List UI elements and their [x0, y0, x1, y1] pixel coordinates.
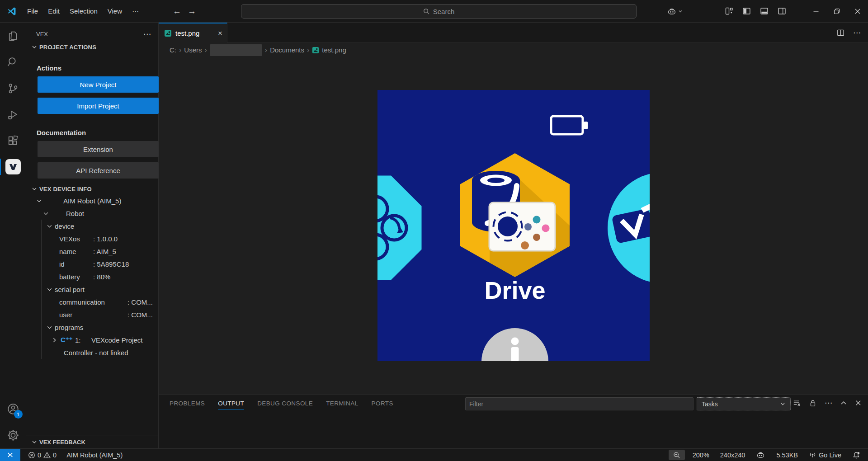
tree-label: serial port: [55, 286, 85, 293]
chevron-down-icon: [678, 9, 683, 14]
chevron-down-icon: [31, 43, 38, 51]
panel-tab-terminal[interactable]: TERMINAL: [326, 398, 358, 409]
remote-indicator[interactable]: [0, 449, 20, 461]
tree-value: : 5A895C18: [93, 260, 129, 268]
tree-row[interactable]: name: AIM_5: [26, 245, 158, 258]
activity-search[interactable]: [0, 49, 26, 75]
tree-label: Robot: [66, 210, 84, 217]
program-label: Drive: [484, 277, 545, 304]
go-live-button[interactable]: Go Live: [806, 451, 844, 459]
menu-selection[interactable]: Selection: [65, 5, 103, 18]
back-arrow-icon[interactable]: ←: [173, 6, 181, 16]
split-editor-icon[interactable]: [836, 28, 845, 37]
close-panel-icon[interactable]: [855, 400, 862, 406]
problems-status[interactable]: 0 0: [25, 452, 60, 459]
tree-row[interactable]: VEXos: 1.0.0.0: [26, 232, 158, 245]
clear-output-icon[interactable]: [793, 399, 801, 407]
section-project-actions[interactable]: PROJECT ACTIONS: [26, 42, 158, 52]
menu-edit[interactable]: Edit: [43, 5, 65, 18]
chevron-right-icon: ›: [205, 46, 207, 54]
image-dimensions-status[interactable]: 240x240: [717, 452, 749, 459]
import-project-button[interactable]: Import Project: [38, 98, 159, 114]
cpp-file-icon: C⁺⁺: [61, 336, 72, 344]
files-icon: [7, 30, 19, 42]
account-badge: 1: [14, 410, 23, 419]
chevron-down-icon: [46, 324, 53, 331]
redacted-username[interactable]: [210, 44, 262, 56]
menu-bar: File Edit Selection View ⋯: [22, 5, 144, 18]
tree-row[interactable]: battery: 80%: [26, 270, 158, 283]
file-size-status[interactable]: 5.53KB: [773, 452, 801, 459]
vex-sidebar: VEX ⋯ PROJECT ACTIONS Actions New Projec…: [26, 23, 159, 448]
menu-more-icon[interactable]: ⋯: [127, 5, 144, 18]
panel-tab-ports[interactable]: PORTS: [372, 398, 393, 409]
device-status[interactable]: AIM Robot (AIM_5): [63, 452, 126, 459]
menu-view[interactable]: View: [103, 5, 127, 18]
forward-arrow-icon[interactable]: →: [188, 6, 196, 16]
menu-file[interactable]: File: [22, 5, 43, 18]
activity-account[interactable]: 1: [0, 396, 26, 422]
section-vex-feedback[interactable]: VEX FEEDBACK: [26, 436, 158, 448]
section-vex-device-info[interactable]: VEX DEVICE INFO: [26, 183, 158, 194]
tree-row[interactable]: communication: COM...: [26, 296, 158, 308]
toggle-secondary-sidebar-icon[interactable]: [777, 6, 787, 16]
maximize-panel-icon[interactable]: [840, 400, 847, 407]
command-center-search[interactable]: Search: [241, 4, 637, 19]
tree-row[interactable]: id: 5A895C18: [26, 258, 158, 270]
tree-row[interactable]: Controller - not linked: [26, 346, 158, 359]
activity-extensions[interactable]: [0, 127, 26, 154]
panel-more-icon[interactable]: ⋯: [825, 398, 832, 408]
panel-tab-problems[interactable]: PROBLEMS: [170, 398, 205, 409]
actions-label: Actions: [37, 64, 158, 72]
panel-tab-debug-console[interactable]: DEBUG CONSOLE: [257, 398, 313, 409]
activity-vex[interactable]: [0, 154, 26, 180]
toggle-panel-icon[interactable]: [760, 6, 769, 16]
zoom-level-status[interactable]: 200%: [689, 452, 712, 459]
vex-icon: [5, 159, 21, 174]
tree-label: user: [59, 311, 127, 319]
activity-run-debug[interactable]: [0, 101, 26, 127]
tree-value: : COM...: [127, 311, 153, 319]
zoom-out-button[interactable]: [669, 450, 685, 460]
editor-more-icon[interactable]: ⋯: [853, 28, 861, 38]
tree-row[interactable]: device: [26, 220, 158, 232]
robot-status-icon[interactable]: [753, 450, 769, 460]
tree-row[interactable]: user: COM...: [26, 308, 158, 321]
breadcrumb-documents[interactable]: Documents: [270, 46, 304, 54]
breadcrumb-file[interactable]: test.png: [322, 46, 346, 54]
tree-value: : 1.0.0.0: [93, 235, 118, 243]
search-placeholder: Search: [433, 8, 455, 15]
gear-icon: [7, 429, 19, 442]
copilot-button[interactable]: [667, 6, 683, 16]
breadcrumb-users[interactable]: Users: [184, 46, 202, 54]
close-window-button[interactable]: [847, 0, 868, 23]
tree-row[interactable]: serial port: [26, 283, 158, 296]
restore-button[interactable]: [826, 0, 847, 23]
extension-docs-button[interactable]: Extension: [38, 141, 159, 157]
customize-layout-icon[interactable]: [724, 6, 734, 16]
notifications-bell[interactable]: [849, 451, 863, 459]
editor-tab-bar: test.png × ⋯: [159, 23, 868, 43]
toggle-sidebar-icon[interactable]: [742, 6, 751, 16]
search-icon: [423, 8, 430, 15]
sidebar-more-icon[interactable]: ⋯: [143, 29, 151, 39]
tree-label: Controller - not linked: [64, 349, 128, 357]
lock-scroll-icon[interactable]: [809, 399, 817, 407]
output-filter-input[interactable]: [465, 397, 693, 410]
tab-close-icon[interactable]: ×: [218, 29, 222, 38]
breadcrumb-drive[interactable]: C:: [170, 46, 176, 54]
minimize-button[interactable]: [806, 0, 826, 23]
activity-source-control[interactable]: [0, 75, 26, 101]
preview-image: Drive: [377, 90, 650, 361]
output-channel-dropdown[interactable]: Tasks: [697, 397, 791, 410]
new-project-button[interactable]: New Project: [38, 76, 159, 93]
tree-row[interactable]: C⁺⁺1:VEXcode Project: [26, 334, 158, 346]
activity-settings[interactable]: [0, 422, 26, 448]
tab-test-png[interactable]: test.png ×: [159, 23, 227, 43]
activity-explorer[interactable]: [0, 23, 26, 49]
tree-row[interactable]: AIM Robot (AIM_5): [26, 194, 158, 207]
tree-row[interactable]: programs: [26, 321, 158, 334]
api-reference-button[interactable]: API Reference: [38, 162, 159, 179]
tree-row[interactable]: Robot: [26, 207, 158, 220]
panel-tab-output[interactable]: OUTPUT: [218, 398, 244, 409]
